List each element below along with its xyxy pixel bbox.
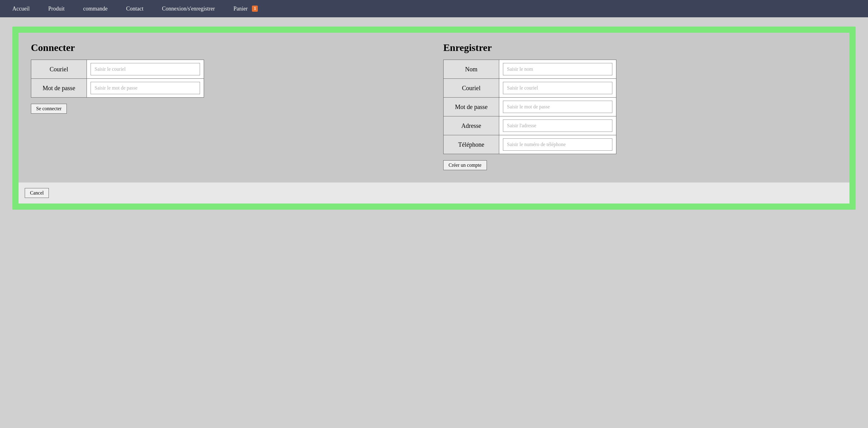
login-password-input-cell <box>87 79 204 98</box>
register-password-row: Mot de passe <box>443 98 616 117</box>
register-password-input[interactable] <box>503 101 612 113</box>
register-adresse-row: Adresse <box>443 117 616 135</box>
register-telephone-input[interactable] <box>503 138 612 151</box>
nav-produit[interactable]: Produit <box>48 6 65 12</box>
register-email-label: Couriel <box>443 79 499 98</box>
navbar: Accueil Produit commande Contact Connexi… <box>0 0 868 17</box>
login-email-input-cell <box>87 60 204 79</box>
register-telephone-label: Téléphone <box>443 135 499 154</box>
login-email-row: Couriel <box>31 60 204 79</box>
nav-panier[interactable]: Panier <box>234 6 248 12</box>
nav-accueil[interactable]: Accueil <box>12 6 30 12</box>
register-telephone-row: Téléphone <box>443 135 616 154</box>
page-body: Connecter Couriel Mot de passe <box>0 17 868 219</box>
login-submit-button[interactable]: Se connecter <box>31 104 67 113</box>
bottom-bar: Cancel <box>19 183 849 203</box>
register-email-input[interactable] <box>503 82 612 94</box>
register-title: Enregistrer <box>443 42 837 54</box>
register-telephone-input-cell <box>499 135 616 154</box>
register-email-row: Couriel <box>443 79 616 98</box>
cart-badge: 1 <box>252 6 258 12</box>
cancel-button[interactable]: Cancel <box>25 188 49 198</box>
register-nom-input[interactable] <box>503 63 612 75</box>
register-adresse-label: Adresse <box>443 117 499 135</box>
login-email-label: Couriel <box>31 60 87 79</box>
register-adresse-input-cell <box>499 117 616 135</box>
register-submit-button[interactable]: Créer un compte <box>443 160 487 170</box>
register-nom-input-cell <box>499 60 616 79</box>
register-form-table: Nom Couriel Mot de passe <box>443 60 616 154</box>
login-password-input[interactable] <box>91 82 200 94</box>
nav-connexion[interactable]: Connexion/s'enregistrer <box>162 6 215 12</box>
register-adresse-input[interactable] <box>503 120 612 132</box>
login-title: Connecter <box>31 42 425 54</box>
nav-contact[interactable]: Contact <box>126 6 144 12</box>
register-password-input-cell <box>499 98 616 117</box>
login-form-table: Couriel Mot de passe <box>31 60 204 98</box>
nav-commande[interactable]: commande <box>83 6 107 12</box>
register-nom-label: Nom <box>443 60 499 79</box>
register-nom-row: Nom <box>443 60 616 79</box>
login-password-row: Mot de passe <box>31 79 204 98</box>
login-password-label: Mot de passe <box>31 79 87 98</box>
register-panel: Enregistrer Nom Couriel <box>443 42 837 170</box>
outer-card: Connecter Couriel Mot de passe <box>12 27 856 210</box>
register-email-input-cell <box>499 79 616 98</box>
inner-content: Connecter Couriel Mot de passe <box>19 33 849 183</box>
login-panel: Connecter Couriel Mot de passe <box>31 42 425 170</box>
login-email-input[interactable] <box>91 63 200 75</box>
register-password-label: Mot de passe <box>443 98 499 117</box>
